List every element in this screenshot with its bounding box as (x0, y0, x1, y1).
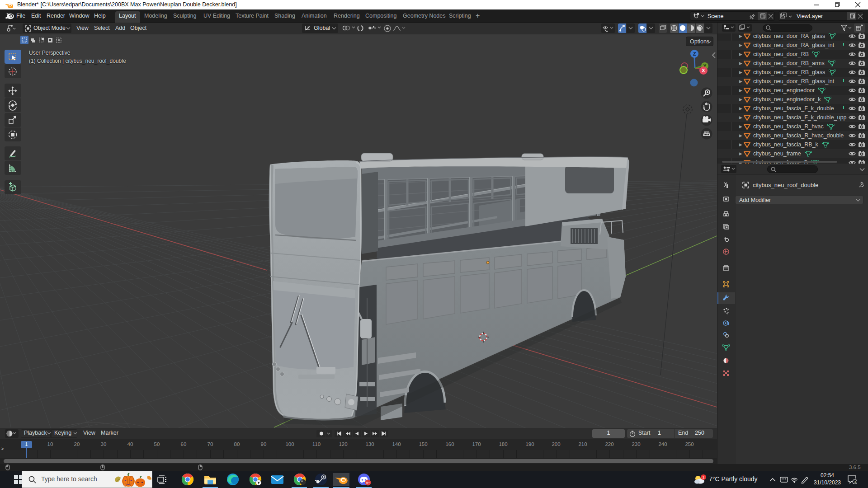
svg-text:Z: Z (693, 51, 696, 56)
svg-text:1: 1 (702, 475, 704, 479)
svg-text:3: 3 (854, 480, 856, 484)
svg-text:X: X (702, 68, 705, 73)
svg-text:9+: 9+ (366, 481, 370, 485)
